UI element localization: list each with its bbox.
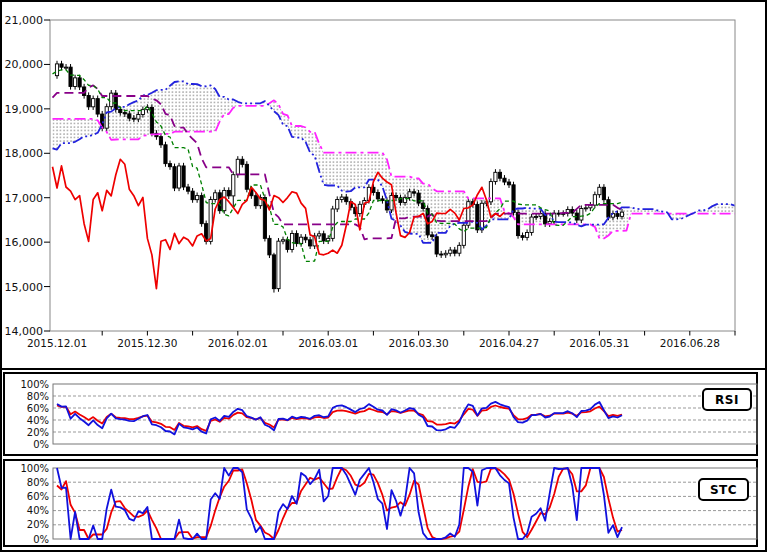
svg-text:60%: 60% — [27, 491, 49, 502]
svg-text:20,000: 20,000 — [5, 58, 44, 71]
svg-text:2016.02.01: 2016.02.01 — [208, 337, 268, 349]
stock-chart-window: 21,00020,00019,00018,00017,00016,00015,0… — [0, 0, 767, 552]
svg-text:60%: 60% — [27, 403, 49, 414]
svg-text:18,000: 18,000 — [5, 147, 44, 160]
svg-text:80%: 80% — [27, 477, 49, 488]
svg-text:2016.06.28: 2016.06.28 — [660, 337, 720, 349]
stc-legend-box: STC — [698, 478, 749, 501]
svg-text:16,000: 16,000 — [5, 236, 44, 249]
svg-text:100%: 100% — [20, 379, 49, 390]
svg-text:17,000: 17,000 — [5, 192, 44, 205]
svg-text:2015.12.30: 2015.12.30 — [117, 337, 177, 349]
svg-text:20%: 20% — [27, 427, 49, 438]
svg-text:40%: 40% — [27, 505, 49, 516]
svg-text:21,000: 21,000 — [5, 14, 44, 27]
candlestick-ichimoku-rsi-stc-chart: 21,00020,00019,00018,00017,00016,00015,0… — [0, 0, 767, 552]
svg-text:15,000: 15,000 — [5, 281, 44, 294]
rsi-legend-box: RSI — [702, 388, 752, 411]
stc-label: STC — [710, 483, 737, 497]
svg-text:40%: 40% — [27, 415, 49, 426]
rsi-label: RSI — [715, 393, 739, 407]
svg-text:2016.03.30: 2016.03.30 — [389, 337, 449, 349]
svg-text:2015.12.01: 2015.12.01 — [27, 337, 87, 349]
svg-text:0%: 0% — [33, 439, 49, 450]
svg-text:2016.05.31: 2016.05.31 — [569, 337, 629, 349]
svg-text:2016.03.01: 2016.03.01 — [298, 337, 358, 349]
svg-text:100%: 100% — [20, 463, 49, 474]
svg-text:80%: 80% — [27, 391, 49, 402]
svg-text:20%: 20% — [27, 519, 49, 530]
svg-text:0%: 0% — [33, 534, 49, 545]
svg-text:19,000: 19,000 — [5, 103, 44, 116]
svg-text:2016.04.27: 2016.04.27 — [479, 337, 539, 349]
